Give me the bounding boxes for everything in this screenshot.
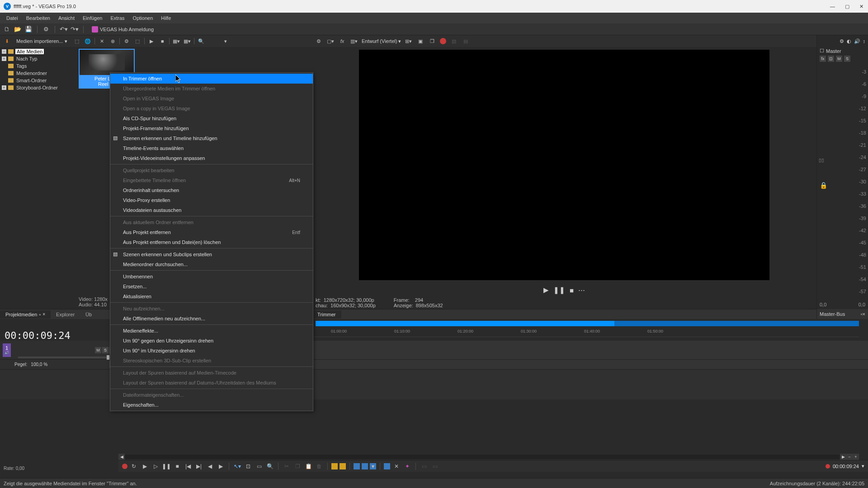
context-item[interactable]: ▧Szenen erkennen und Timeline hinzufügen bbox=[110, 133, 313, 143]
context-item[interactable]: Medieneffekte... bbox=[110, 326, 313, 336]
search-icon[interactable]: 🔍 bbox=[197, 37, 205, 45]
context-item[interactable]: Projekt-Videoeinstellungen anpassen bbox=[110, 153, 313, 163]
context-item[interactable]: Ordnerinhalt untersuchen bbox=[110, 185, 313, 195]
tree-item-smart-ordner[interactable]: Smart-Ordner bbox=[0, 77, 77, 84]
context-item[interactable]: Video-Proxy erstellen bbox=[110, 195, 313, 205]
view-icon[interactable]: ▦▾ bbox=[172, 37, 180, 45]
import-dropdown[interactable]: Medien importieren... ▾ bbox=[14, 38, 70, 45]
snap-button[interactable]: ⊡ bbox=[244, 462, 253, 471]
close-icon[interactable]: × bbox=[863, 311, 865, 317]
region-button[interactable] bbox=[340, 463, 346, 469]
loop-button[interactable]: ↻ bbox=[129, 462, 138, 471]
fx-icon[interactable]: fx bbox=[338, 37, 346, 45]
autocross-toggle[interactable] bbox=[384, 463, 390, 469]
crossfade-button[interactable]: ✕ bbox=[392, 462, 401, 471]
quality-dropdown[interactable]: Entwurf (Viertel)▾ bbox=[362, 38, 401, 44]
stop-icon[interactable]: ■ bbox=[158, 37, 166, 45]
snap-toggle[interactable] bbox=[354, 463, 360, 469]
tree-item-medienordner[interactable]: Medienordner bbox=[0, 70, 77, 77]
menu-hilfe[interactable]: Hilfe bbox=[157, 14, 175, 22]
record-button[interactable] bbox=[122, 464, 127, 469]
menu-bearbeiten[interactable]: Bearbeiten bbox=[23, 14, 54, 22]
tree-item-nach-typ[interactable]: +Nach Typ bbox=[0, 55, 77, 62]
properties-icon[interactable]: ⚙ bbox=[42, 25, 50, 33]
scroll-right-icon[interactable]: ▶ bbox=[840, 454, 846, 460]
context-item[interactable]: Umbenennen bbox=[110, 272, 313, 282]
scroll-track[interactable] bbox=[125, 455, 840, 459]
goto-start-button[interactable]: |◀ bbox=[184, 462, 193, 471]
track-header-1[interactable]: 1🔊 M S … bbox=[0, 341, 118, 360]
close-icon[interactable]: × bbox=[42, 312, 45, 317]
tab-projektmedien[interactable]: Projektmedien▫× bbox=[0, 310, 51, 319]
media-icon[interactable]: ⬇ bbox=[3, 37, 11, 45]
expand-icon[interactable]: + bbox=[2, 56, 6, 61]
vegas-hub-link[interactable]: VEGAS Hub Anmeldung bbox=[92, 26, 154, 33]
web-icon[interactable]: 🌐 bbox=[84, 37, 92, 45]
zoom-out-icon[interactable]: − bbox=[846, 454, 853, 460]
lock-icon[interactable]: 🔒 bbox=[820, 182, 827, 189]
play-start-button[interactable]: ▶ bbox=[140, 462, 149, 471]
gear-icon[interactable]: ⚙ bbox=[123, 37, 131, 45]
timeline-scrub[interactable] bbox=[316, 321, 859, 326]
gear-icon[interactable]: ⚙ bbox=[315, 37, 323, 45]
context-item[interactable]: In Trimmer öffnen bbox=[110, 74, 313, 84]
tab-explorer[interactable]: Explorer bbox=[51, 310, 80, 319]
tab-pin-icon[interactable]: ▫ bbox=[39, 312, 41, 317]
tree-item-tags[interactable]: Tags bbox=[0, 62, 77, 70]
context-item[interactable]: Alle Offlinemedien neu aufzeichnen... bbox=[110, 314, 313, 324]
timeline-scrollbar[interactable]: ◀ ▶ − + bbox=[118, 454, 859, 460]
overlay-icon[interactable]: ▣ bbox=[416, 37, 425, 45]
insert-button[interactable]: ⊡ bbox=[828, 56, 834, 62]
zoom-tool[interactable]: 🔍 bbox=[265, 462, 274, 471]
master-tab[interactable]: Master-Bus ▫ × bbox=[817, 309, 868, 319]
close-button[interactable]: ✕ bbox=[859, 4, 864, 9]
pause-button[interactable]: ❚❚ bbox=[162, 462, 171, 471]
context-item[interactable]: Projekt-Framerate hinzufügen bbox=[110, 123, 313, 133]
zoom-in-icon[interactable]: + bbox=[853, 454, 859, 460]
magic-button[interactable]: ✦ bbox=[403, 462, 412, 471]
expand-icon[interactable]: + bbox=[2, 85, 6, 90]
menu-ansicht[interactable]: Ansicht bbox=[55, 14, 78, 22]
context-item[interactable]: Aus Projekt entfernen und Datei(en) lösc… bbox=[110, 237, 313, 247]
context-item[interactable]: ▧Szenen erkennen und Subclips erstellen bbox=[110, 249, 313, 259]
open-icon[interactable]: 📂 bbox=[14, 25, 22, 33]
redo-icon[interactable]: ↷▾ bbox=[71, 25, 79, 33]
tab-ub[interactable]: Üb bbox=[80, 310, 97, 319]
capture-icon[interactable]: ⬚ bbox=[73, 37, 81, 45]
save-icon[interactable]: 💾 bbox=[24, 25, 33, 33]
collapse-icon[interactable]: − bbox=[2, 49, 6, 54]
speaker-icon[interactable]: 🔊 bbox=[854, 38, 860, 44]
meter-icon[interactable]: ↕ bbox=[863, 38, 866, 44]
select-tool[interactable]: ▭ bbox=[255, 462, 264, 471]
timecode-display[interactable]: 00:00:09:24 bbox=[5, 330, 71, 341]
context-item[interactable]: Timeline-Events auswählen bbox=[110, 143, 313, 153]
context-item[interactable]: Aus Projekt entfernenEntf bbox=[110, 227, 313, 237]
search-chevron[interactable]: ▾ bbox=[222, 37, 230, 45]
context-item[interactable]: Um 90° im Uhrzeigersinn drehen bbox=[110, 346, 313, 356]
prev-frame-button[interactable]: ◀ bbox=[205, 462, 214, 471]
video-preview[interactable] bbox=[359, 50, 769, 280]
fx-button[interactable]: fx bbox=[820, 56, 826, 62]
grid-icon[interactable]: ⊞▾ bbox=[405, 37, 413, 45]
solo-button[interactable]: S bbox=[102, 347, 108, 353]
gear-icon[interactable]: ⚙ bbox=[840, 38, 844, 44]
record-icon[interactable] bbox=[440, 38, 446, 44]
minimize-button[interactable]: — bbox=[829, 4, 836, 9]
mute-toggle[interactable]: ☐ bbox=[820, 48, 824, 54]
split-icon[interactable]: ▥▾ bbox=[350, 37, 358, 45]
remove-all-icon[interactable]: ⊗ bbox=[108, 37, 117, 45]
menu-einfuegen[interactable]: Einfügen bbox=[79, 14, 106, 22]
goto-end-button[interactable]: ▶| bbox=[194, 462, 203, 471]
menu-extras[interactable]: Extras bbox=[107, 14, 128, 22]
scroll-left-icon[interactable]: ◀ bbox=[118, 454, 125, 460]
menu-optionen[interactable]: Optionen bbox=[129, 14, 157, 22]
copy-icon[interactable]: ❐ bbox=[428, 37, 436, 45]
pause-button[interactable]: ❚❚ bbox=[553, 286, 565, 294]
normal-tool[interactable]: ↖▾ bbox=[233, 462, 242, 471]
context-item[interactable]: Um 90° gegen den Uhrzeigersinn drehen bbox=[110, 336, 313, 346]
next-frame-button[interactable]: ▶ bbox=[216, 462, 225, 471]
track-fader[interactable] bbox=[18, 357, 117, 358]
fx-icon[interactable]: ⬚ bbox=[133, 37, 142, 45]
stop-button[interactable]: ■ bbox=[173, 462, 182, 471]
play-icon[interactable]: ▶ bbox=[147, 37, 156, 45]
